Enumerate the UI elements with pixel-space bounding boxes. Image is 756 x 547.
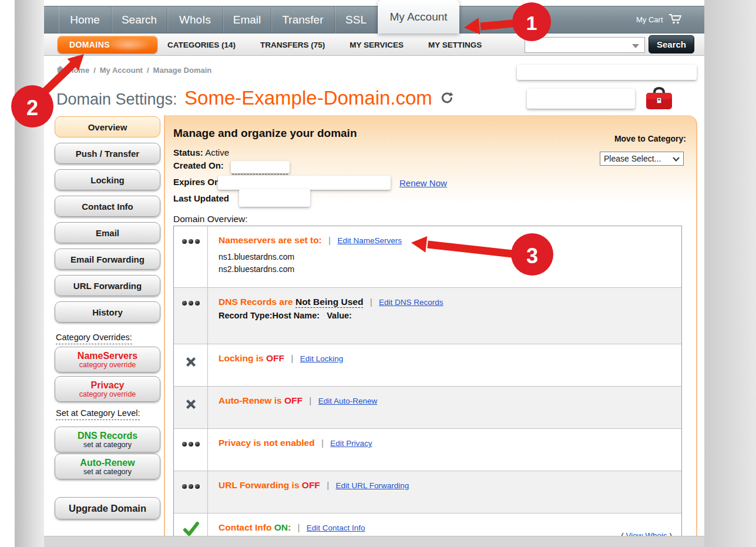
- overview-row-privacy: Privacy is not enabled | Edit Privacy: [174, 428, 681, 471]
- row-title: Locking is: [219, 353, 264, 363]
- sidebar-item-dns-records-category[interactable]: DNS Records set at category: [55, 427, 160, 452]
- nav-tab-my-account[interactable]: My Account: [378, 0, 459, 33]
- subnav-items: CATEGORIES (14) TRANSFERS (75) MY SERVIC…: [167, 33, 482, 56]
- redacted-box: [231, 161, 290, 173]
- dots-icon: [174, 471, 208, 513]
- row-title: DNS Records are: [219, 297, 293, 307]
- nav-tab-email[interactable]: Email: [223, 6, 271, 33]
- nameserver-value: ns2.bluestardns.com: [219, 263, 672, 276]
- sidebar-item-privacy-override[interactable]: Privacy category override: [55, 376, 160, 402]
- separator: |: [309, 395, 311, 405]
- row-status-on: ON:: [274, 522, 291, 532]
- override-label: NameServers: [78, 351, 137, 361]
- expires-line: Expires On: [173, 177, 220, 187]
- domain-overview-label: Domain Overview:: [173, 214, 248, 224]
- redacted-box: [527, 89, 635, 109]
- sidebar-item-push-transfer[interactable]: Push / Transfer: [55, 143, 160, 164]
- search-button[interactable]: Search: [649, 35, 694, 53]
- breadcrumb-manage-domain: Manage Domain: [153, 66, 212, 75]
- category-sublabel: set at category: [83, 441, 132, 449]
- chevron-down-icon: [632, 44, 639, 48]
- created-label: Created On:: [173, 160, 224, 170]
- sidebar-item-nameservers-override[interactable]: NameServers category override: [55, 347, 160, 373]
- override-sublabel: category override: [79, 390, 136, 398]
- nameserver-value: ns1.bluestardns.com: [219, 251, 672, 263]
- content-heading: Manage and organize your domain: [173, 127, 357, 140]
- sidebar-item-locking[interactable]: Locking: [55, 169, 160, 190]
- edit-privacy-link[interactable]: Edit Privacy: [330, 439, 372, 448]
- my-cart-button[interactable]: My Cart: [636, 6, 683, 33]
- x-icon: [174, 387, 208, 428]
- separator: |: [370, 297, 372, 307]
- nav-tab-home[interactable]: Home: [59, 6, 112, 33]
- status-line: Status: Active: [173, 147, 229, 157]
- subnav-item-transfers[interactable]: TRANSFERS (75): [260, 41, 325, 49]
- move-to-category-select[interactable]: Please Select...: [600, 152, 684, 166]
- breadcrumb-home[interactable]: Home: [68, 66, 89, 75]
- category-label: DNS Records: [78, 431, 137, 441]
- redacted-smudge: [107, 38, 150, 51]
- subnav-domains-button[interactable]: DOMAINS: [58, 36, 157, 53]
- edit-nameservers-link[interactable]: Edit NameServers: [337, 236, 402, 245]
- sidebar-item-email-forwarding[interactable]: Email Forwarding: [55, 249, 160, 270]
- dots-icon: [174, 288, 208, 344]
- sidebar-item-contact-info[interactable]: Contact Info: [55, 196, 160, 217]
- edit-url-forwarding-link[interactable]: Edit URL Forwarding: [335, 481, 409, 490]
- row-status-off: OFF: [266, 353, 284, 363]
- sidebar-item-email[interactable]: Email: [55, 222, 160, 243]
- redacted-box: [239, 189, 310, 207]
- category-label: Auto-Renew: [80, 458, 135, 468]
- edit-contact-info-link[interactable]: Edit Contact Info: [307, 523, 365, 532]
- sidebar-item-auto-renew-category[interactable]: Auto-Renew set at category: [55, 454, 160, 479]
- page: Home Search WhoIs Email Transfer SSL My …: [0, 0, 756, 547]
- expires-label: Expires On: [173, 177, 220, 187]
- edit-locking-link[interactable]: Edit Locking: [300, 354, 344, 363]
- toolbox-icon[interactable]: [645, 86, 673, 114]
- move-to-category-value: Please Select...: [604, 154, 661, 163]
- overview-row-dns-records: DNS Records are Not Being Used | Edit DN…: [174, 287, 681, 344]
- my-cart-label: My Cart: [636, 15, 663, 24]
- page-title: Domain Settings: Some-Example-Domain.com: [56, 87, 453, 109]
- nav-tab-whois[interactable]: WhoIs: [167, 6, 223, 33]
- row-title: Privacy is not enabled: [219, 438, 315, 448]
- page-title-prefix: Domain Settings:: [56, 90, 177, 108]
- nav-tab-transfer[interactable]: Transfer: [271, 6, 335, 33]
- edit-auto-renew-link[interactable]: Edit Auto-Renew: [318, 397, 378, 405]
- nav-tab-ssl[interactable]: SSL: [335, 6, 378, 33]
- override-label: Privacy: [91, 380, 125, 390]
- row-title: Contact Info: [219, 522, 271, 532]
- separator: |: [328, 235, 331, 245]
- nav-tab-search[interactable]: Search: [112, 6, 167, 33]
- edit-dns-records-link[interactable]: Edit DNS Records: [379, 298, 443, 307]
- updated-line: Last Updated: [173, 193, 229, 203]
- row-title: Nameservers are set to:: [219, 235, 322, 245]
- status-label: Status:: [173, 147, 203, 157]
- subnav-item-my-services[interactable]: MY SERVICES: [350, 41, 404, 49]
- subnav-item-categories[interactable]: CATEGORIES (14): [167, 41, 236, 49]
- dashed-underline: [232, 174, 288, 174]
- domain-search-combobox[interactable]: [525, 37, 645, 53]
- sidebar-item-history[interactable]: History: [55, 301, 160, 323]
- row-title: Auto-Renew is: [219, 395, 282, 405]
- updated-label: Last Updated: [173, 193, 229, 203]
- refresh-icon[interactable]: [441, 96, 453, 106]
- separator: |: [297, 522, 300, 532]
- overview-row-nameservers: Nameservers are set to: | Edit NameServe…: [174, 226, 681, 287]
- sidebar-item-upgrade-domain[interactable]: Upgrade Domain: [55, 497, 160, 519]
- subnav-item-my-settings[interactable]: MY SETTINGS: [428, 41, 482, 49]
- bottom-gutter: [44, 536, 704, 547]
- subnav-domains-label: DOMAINS: [69, 40, 110, 49]
- breadcrumb-my-account[interactable]: My Account: [100, 66, 143, 75]
- overview-row-locking: Locking is OFF | Edit Locking: [174, 344, 681, 386]
- override-sublabel: category override: [79, 361, 136, 369]
- created-line: Created On:: [173, 160, 224, 170]
- right-gutter: [704, 0, 756, 547]
- domain-overview-table: Nameservers are set to: | Edit NameServe…: [173, 226, 682, 547]
- renew-now-link[interactable]: Renew Now: [399, 178, 447, 188]
- cart-icon: [668, 14, 683, 26]
- sidebar-item-url-forwarding[interactable]: URL Forwarding: [55, 275, 160, 296]
- redacted-box: [218, 176, 391, 190]
- redacted-box: [517, 65, 697, 80]
- sidebar-item-overview[interactable]: Overview: [55, 116, 160, 137]
- move-to-category-label: Move to Category:: [592, 134, 686, 143]
